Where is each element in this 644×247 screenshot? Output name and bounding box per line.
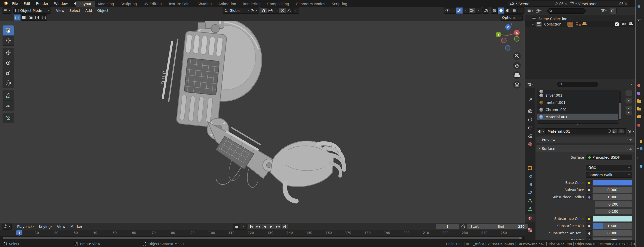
workspace-tab-texture-paint[interactable]: Texture Paint bbox=[165, 1, 194, 7]
snap-target-icon[interactable] bbox=[267, 7, 274, 14]
panel-grip[interactable] bbox=[627, 148, 632, 150]
workspace-tab-uv-editing[interactable]: UV Editing bbox=[140, 1, 165, 7]
selectable-checkbox[interactable]: ✓ bbox=[615, 22, 619, 26]
purple-item-icon[interactable] bbox=[637, 92, 640, 95]
zoom-icon[interactable] bbox=[513, 52, 521, 60]
frame-tick-220[interactable]: 220 bbox=[442, 231, 448, 235]
properties-tab-tool[interactable] bbox=[525, 96, 535, 104]
slot-move-down-button[interactable]: ▾ bbox=[625, 110, 632, 115]
timeline-editor-type-button[interactable]: ▾ bbox=[2, 224, 12, 230]
snap-toggle[interactable] bbox=[260, 7, 267, 14]
gizmo-toggle[interactable] bbox=[456, 7, 463, 14]
chevron-right-icon[interactable]: › bbox=[637, 140, 642, 143]
current-frame-field[interactable]: 1 bbox=[436, 224, 459, 229]
tool-select-box[interactable] bbox=[3, 25, 14, 36]
shading-rendered-icon[interactable] bbox=[511, 7, 518, 14]
menu-file[interactable]: File bbox=[9, 0, 21, 7]
select-mode-invert[interactable] bbox=[34, 14, 41, 21]
next-keyframe-button[interactable]: ▶◆ bbox=[275, 224, 282, 229]
material-slot[interactable]: Material.001 bbox=[537, 114, 618, 120]
mesh-badge-icon[interactable]: ▽ bbox=[567, 22, 573, 27]
properties-tab-render[interactable] bbox=[525, 107, 535, 115]
properties-tab-material[interactable] bbox=[525, 214, 535, 222]
back-arrow-icon[interactable]: ← bbox=[637, 17, 641, 22]
properties-tab-view-layer[interactable] bbox=[525, 124, 535, 132]
frame-tick-110[interactable]: 110 bbox=[228, 231, 234, 235]
param-dropdown-random-walk[interactable]: Random Walk▾ bbox=[586, 172, 632, 178]
node-socket-button[interactable] bbox=[586, 216, 592, 222]
param-value-field[interactable]: 1.000 bbox=[593, 194, 632, 200]
frame-tick-80[interactable]: 80 bbox=[171, 231, 175, 235]
outliner-editor-type-button[interactable]: ▾ bbox=[527, 9, 533, 13]
properties-tab-object-data[interactable] bbox=[525, 205, 535, 213]
tool-annotate[interactable] bbox=[3, 90, 14, 100]
frame-tick-100[interactable]: 100 bbox=[209, 231, 215, 235]
slot-specials-button[interactable]: ▾ bbox=[625, 98, 632, 104]
region-expand-icon[interactable]: › bbox=[1, 236, 2, 239]
orthographic-icon[interactable] bbox=[513, 81, 521, 89]
select-mode-intersect[interactable] bbox=[41, 14, 47, 21]
shading-solid-icon[interactable] bbox=[498, 7, 504, 14]
shading-material-icon[interactable] bbox=[504, 7, 511, 14]
properties-tab-scene[interactable] bbox=[525, 132, 535, 140]
copy-icon[interactable] bbox=[620, 2, 623, 6]
panel-grip[interactable] bbox=[627, 139, 632, 141]
timeline-menu-view[interactable]: View bbox=[54, 223, 68, 230]
add-workspace-button[interactable]: + bbox=[331, 1, 341, 7]
camera-view-icon[interactable] bbox=[513, 71, 521, 79]
viewlayer-selector[interactable]: ▾ ViewLayer × bbox=[568, 1, 629, 7]
node-socket-button[interactable] bbox=[586, 230, 592, 236]
camera-icon[interactable] bbox=[582, 22, 587, 26]
properties-tab-particles[interactable] bbox=[525, 181, 535, 188]
outliner-display-mode-button[interactable]: ▾ bbox=[536, 9, 542, 13]
copy-icon[interactable] bbox=[560, 2, 563, 6]
red-item-icon[interactable] bbox=[637, 124, 640, 127]
workspace-tab-modeling[interactable]: Modeling bbox=[95, 1, 117, 7]
tool-scale[interactable] bbox=[3, 68, 14, 78]
chevron-right-sphere-icon[interactable]: › bbox=[637, 164, 642, 168]
outliner-row-collection[interactable]: ▸ Collection ▽ 8 ✓ bbox=[525, 21, 635, 27]
viewlayer-name[interactable]: ViewLayer bbox=[578, 2, 618, 6]
chevron-right-icon[interactable]: › bbox=[637, 156, 639, 160]
tool-measure[interactable] bbox=[3, 100, 14, 110]
properties-tab-constraints[interactable] bbox=[525, 197, 535, 205]
outliner-search-input[interactable] bbox=[547, 8, 586, 14]
tool-rotate[interactable] bbox=[3, 58, 14, 68]
frame-tick-150[interactable]: 150 bbox=[306, 231, 312, 235]
surface-shader-button[interactable]: Principled BSDF bbox=[586, 155, 632, 160]
frame-tick-10[interactable]: 10 bbox=[35, 231, 39, 235]
navigation-gizmo[interactable]: Z X Y bbox=[495, 23, 523, 52]
tool-add-cube[interactable] bbox=[3, 113, 14, 123]
list-resize-grip[interactable] bbox=[577, 124, 581, 126]
properties-tab-world[interactable] bbox=[525, 140, 535, 148]
properties-search-input[interactable] bbox=[557, 82, 598, 87]
jump-start-button[interactable]: ◀ bbox=[248, 224, 255, 229]
play-reverse-button[interactable]: ◀ bbox=[261, 224, 268, 229]
param-value-field[interactable]: 0.000 bbox=[593, 187, 632, 193]
timeline-menu-keying[interactable]: Keying ▾ bbox=[36, 223, 54, 230]
frame-tick-170[interactable]: 170 bbox=[345, 231, 351, 235]
prev-keyframe-button[interactable]: ◆◀ bbox=[255, 224, 261, 229]
param-color-swatch[interactable] bbox=[593, 216, 632, 222]
workspace-tab-geometry-nodes[interactable]: Geometry Nodes bbox=[292, 1, 328, 7]
fake-user-shield-icon[interactable] bbox=[608, 129, 611, 133]
properties-tab-object[interactable] bbox=[525, 164, 535, 172]
viewport-menu-view[interactable]: View bbox=[54, 7, 67, 14]
scene-selector[interactable]: ▾ Scene × bbox=[508, 1, 569, 7]
param-slider-field[interactable]: 1.400 bbox=[593, 223, 632, 229]
tool-move[interactable] bbox=[3, 48, 14, 58]
frame-tick-130[interactable]: 130 bbox=[267, 231, 273, 235]
unlink-icon[interactable]: × bbox=[618, 129, 624, 133]
param-color-swatch[interactable] bbox=[593, 180, 632, 185]
frame-end-field[interactable]: End250 bbox=[495, 224, 528, 229]
frame-tick-230[interactable]: 230 bbox=[462, 231, 468, 235]
new-collection-button[interactable] bbox=[610, 8, 617, 14]
panel-surface-header[interactable]: ▾ Surface bbox=[536, 145, 634, 152]
sidebar-collapse-icon[interactable]: ‹ bbox=[511, 22, 512, 26]
proportional-edit-toggle[interactable] bbox=[279, 7, 286, 14]
tool-cursor[interactable] bbox=[3, 36, 14, 46]
expand-icon[interactable]: ▸ bbox=[539, 124, 540, 126]
remove-slot-button[interactable]: − bbox=[625, 90, 632, 96]
param-value-field[interactable]: 0.000 bbox=[593, 230, 632, 236]
xray-toggle[interactable] bbox=[482, 7, 489, 14]
